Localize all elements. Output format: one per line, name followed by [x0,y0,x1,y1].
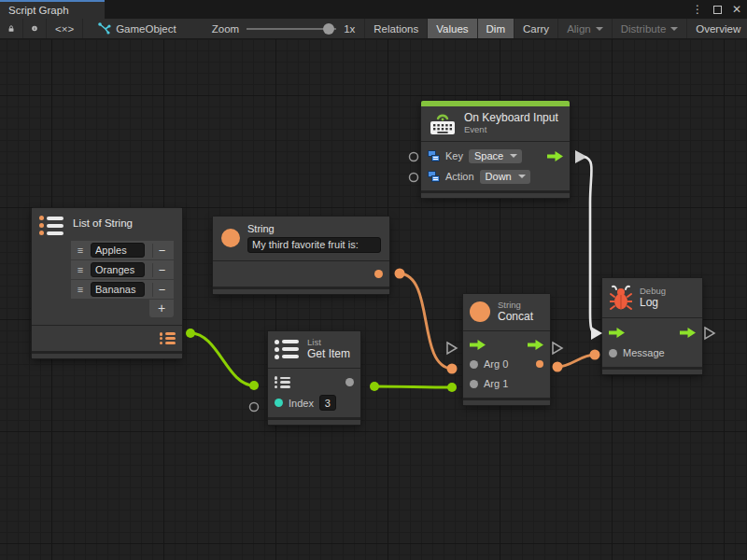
distribute-dropdown[interactable]: Distribute [613,19,688,38]
action-dropdown[interactable]: Down [480,170,530,184]
unconnected-port-hint-circle[interactable] [410,153,418,161]
node-footer [32,351,182,358]
string-type-icon [221,229,240,247]
item-wire [374,386,452,387]
list-item-input[interactable] [91,282,145,297]
port-row-action: Action Down [421,166,570,187]
port-row-arg0: Arg 0 [463,355,550,374]
code-preview-button[interactable]: <×> [47,19,83,38]
arg0-label: Arg 0 [484,358,508,370]
unconnected-port-hint-triangle[interactable] [705,328,714,339]
port-row-arg1: Arg 1 [463,374,550,394]
keyboard-icon [429,112,457,135]
index-input[interactable] [319,395,336,411]
zoom-slider-handle[interactable] [323,23,334,35]
drag-handle-icon[interactable]: ≡ [74,284,87,295]
node-string-literal[interactable]: String [213,217,389,294]
lock-button[interactable] [0,19,23,38]
node-list-of-string[interactable]: List of String ≡ − ≡ − ≡ [32,208,182,358]
node-footer [421,190,570,198]
graph-canvas[interactable]: On Keyboard Input Event Key Space [0,39,747,560]
bug-icon [610,285,632,311]
align-dropdown[interactable]: Align [558,19,613,38]
zoom-control: Zoom 1x [186,19,366,38]
tab-script-graph[interactable]: Script Graph [0,0,105,19]
control-wire-start-arrow [575,150,587,163]
relations-toggle[interactable]: Relations [365,19,428,38]
remove-item-button[interactable]: − [152,263,171,277]
string-output-port[interactable] [374,270,383,278]
trigger-output-port[interactable] [528,340,543,350]
remove-item-button[interactable]: − [152,244,171,258]
drag-handle-icon[interactable]: ≡ [74,264,87,275]
unconnected-port-hint-triangle[interactable] [447,343,457,354]
zoom-value: 1x [344,23,355,35]
overview-button[interactable]: Overview [687,19,747,38]
unconnected-port-hint-triangle[interactable] [553,343,562,354]
node-title: Concat [498,311,533,324]
node-footer [213,287,389,294]
chevron-down-icon [596,27,603,31]
info-icon [32,22,37,35]
distribute-label: Distribute [621,23,667,35]
chevron-down-icon [670,27,678,31]
result-output-port[interactable] [536,360,543,368]
gameobject-context[interactable]: GameObject [83,19,186,38]
list-output-port[interactable] [160,332,176,344]
string-value-input[interactable] [247,237,381,253]
zoom-label: Zoom [212,23,239,35]
node-title: List of String [73,216,133,229]
action-label: Action [445,171,474,182]
list-input-port[interactable] [275,376,290,388]
key-dropdown[interactable]: Space [469,149,522,163]
trigger-output-port[interactable] [680,328,696,338]
tab-bar: Script Graph ⋮ ✕ [0,0,747,19]
node-footer [602,367,702,374]
list-item-input[interactable] [91,262,145,277]
index-input-port[interactable] [275,399,283,407]
string-type-icon [470,301,490,322]
zoom-slider[interactable] [247,22,336,35]
item-output-port[interactable] [345,378,354,386]
enum-icon [428,171,440,182]
port-row-key: Key Space [421,146,570,166]
arg0-input-port[interactable] [470,360,478,369]
node-footer [268,417,360,425]
list-item-input[interactable] [91,243,145,258]
window-controls: ⋮ ✕ [692,0,741,19]
control-wire [585,157,596,333]
port-row-index: Index [268,393,360,413]
message-label: Message [623,347,665,358]
trigger-input-port[interactable] [470,340,486,350]
add-item-button[interactable]: + [149,300,174,317]
drag-handle-icon[interactable]: ≡ [74,245,87,256]
kebab-menu-icon[interactable]: ⋮ [692,4,703,15]
remove-item-button[interactable]: − [152,283,171,297]
node-log[interactable]: Debug Log Message [602,278,702,374]
list-icon [39,216,64,235]
node-get-item[interactable]: List Get Item Index [268,331,360,425]
list-icon [275,340,300,359]
trigger-output-port[interactable] [547,151,563,161]
close-icon[interactable]: ✕ [732,4,741,15]
message-input-port[interactable] [609,349,617,357]
unconnected-port-hint-circle[interactable] [250,403,259,412]
action-value: Down [486,171,512,182]
align-label: Align [567,23,591,35]
maximize-icon[interactable] [713,6,722,14]
values-toggle[interactable]: Values [428,19,477,38]
unconnected-port-hint-circle[interactable] [410,174,418,182]
trigger-input-port[interactable] [609,328,625,338]
dim-label: Dim [486,23,505,35]
port-row-flow [602,322,702,343]
info-button[interactable] [23,19,47,38]
node-title: Log [640,297,666,310]
code-icon: <×> [55,23,74,35]
list-wire [190,333,254,385]
node-on-keyboard-input[interactable]: On Keyboard Input Event Key Space [421,101,570,198]
carry-toggle[interactable]: Carry [514,19,558,38]
tab-title: Script Graph [8,5,69,16]
dim-toggle[interactable]: Dim [478,19,514,38]
node-concat[interactable]: String Concat Arg 0 Arg 1 [463,294,550,405]
arg1-input-port[interactable] [470,380,478,388]
